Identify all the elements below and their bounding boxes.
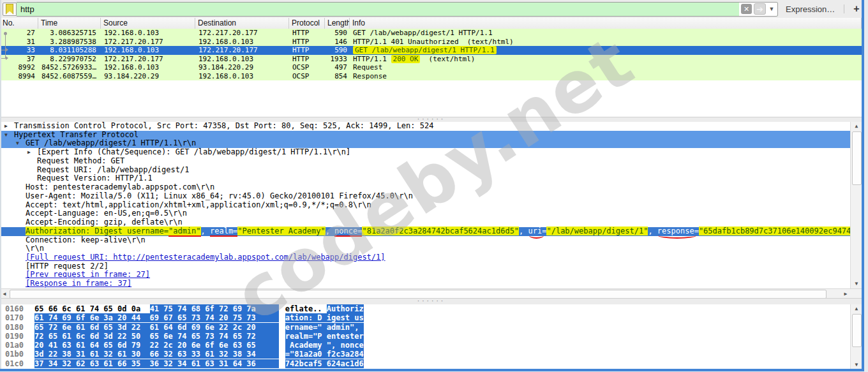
detail-row[interactable]: Request Method: GET: [0, 157, 862, 166]
expanded-arrow-icon[interactable]: ▼: [4, 131, 14, 140]
bytes-vertical-scrollbar[interactable]: ▲ ▼: [850, 304, 862, 369]
collapsed-arrow-icon[interactable]: ▶: [4, 122, 14, 131]
horizontal-scrollbar-thumb[interactable]: [10, 290, 827, 299]
request-arrow-icon: [1, 58, 8, 59]
packet-row[interactable]: 313.288987538172.217.20.177192.168.0.103…: [0, 38, 862, 47]
cell-time: 8.031105288: [38, 46, 101, 55]
bytes-scrollbar-thumb[interactable]: [852, 314, 862, 347]
hex-ascii: eflate.. Authoriz: [285, 304, 364, 313]
detail-row[interactable]: Host: pentesteracademylab.appspot.com\r\…: [0, 183, 862, 192]
collapsed-arrow-icon[interactable]: ▶: [27, 148, 37, 157]
detail-row[interactable]: Accept: text/html,application/xhtml+xml,…: [0, 201, 862, 210]
column-header-time[interactable]: Time: [38, 18, 101, 29]
hex-row[interactable]: 018065 72 6e 61 6d 65 3d 22 61 64 6d 69 …: [0, 323, 850, 332]
detail-link-row[interactable]: [Prev request in frame: 27]: [0, 271, 862, 279]
details-horizontal-scrollbar[interactable]: ◀ ▶: [0, 288, 862, 299]
expanded-arrow-icon[interactable]: ▼: [16, 139, 26, 148]
detail-row[interactable]: Accept-Encoding: gzip, deflate\r\n: [0, 218, 862, 227]
hex-row[interactable]: 019072 65 61 6c 6d 3d 22 50 65 6e 74 65 …: [0, 332, 850, 341]
detail-text: ,: [519, 227, 528, 235]
detail-row[interactable]: Accept-Language: en-US,en;q=0.5\r\n: [0, 209, 862, 218]
hex-row[interactable]: 01a020 41 63 61 64 65 6d 79 22 2c 20 6e …: [0, 341, 850, 350]
cell-len: 590: [325, 46, 350, 55]
hex-bytes: 72 65 61 6c 6d 3d 22 50 65 6e 74 65 73 7…: [34, 332, 279, 341]
hex-row[interactable]: 016065 66 6c 61 74 65 0d 0a 41 75 74 68 …: [0, 304, 850, 313]
add-filter-button[interactable]: +: [853, 3, 859, 15]
marker-highlighted-text: "65dafb1cb89d7c37106e140092ec9474": [699, 227, 856, 235]
cell-info: Response: [350, 72, 862, 81]
cell-src: 172.217.20.177: [101, 38, 195, 47]
marker-highlighted-text: "admin": [168, 227, 201, 235]
info-highlight: 200 OK: [391, 55, 421, 63]
hex-offset: 0180: [0, 323, 34, 332]
cell-src: 192.168.0.103: [101, 46, 195, 55]
detail-row[interactable]: User-Agent: Mozilla/5.0 (X11; Linux x86_…: [0, 192, 862, 201]
hex-row[interactable]: 017061 74 69 6f 6e 3a 20 44 69 67 65 73 …: [0, 313, 850, 322]
scroll-right-icon[interactable]: ▶: [841, 289, 850, 299]
detail-text: GET /lab/webapp/digest/1 HTTP/1.1\r\n: [26, 138, 196, 147]
hex-bytes: 61 74 69 6f 6e 3a 20 44 69 67 65 73 74 2…: [34, 313, 279, 322]
detail-row[interactable]: Authorization: Digest username="admin", …: [0, 227, 862, 236]
column-header-no[interactable]: No.: [0, 18, 38, 29]
detail-row[interactable]: [HTTP request 2/2]: [0, 262, 862, 271]
cell-len: 146: [325, 38, 350, 47]
scroll-down-icon[interactable]: ▼: [851, 361, 862, 369]
hex-ascii: 742bcaf5 624ac1d6: [285, 359, 364, 368]
scroll-up-icon[interactable]: ▲: [851, 304, 862, 313]
detail-link-row[interactable]: [Full request URI: http://pentesteracade…: [0, 253, 862, 262]
packet-details-pane: ▶Transmission Control Protocol, Src Port…: [0, 122, 862, 288]
packet-row[interactable]: 89928452.5726933…192.168.0.10393.184.220…: [0, 63, 862, 72]
related-packet-marker: [1, 29, 10, 38]
detail-row[interactable]: Request URI: /lab/webapp/digest/1: [0, 166, 862, 175]
filter-history-dropdown-icon[interactable]: ▼: [768, 4, 775, 14]
hex-row[interactable]: 01c037 34 32 62 63 61 66 35 36 32 34 61 …: [0, 359, 850, 368]
detail-text: Connection: keep-alive\r\n: [26, 235, 146, 244]
packet-row[interactable]: 89948452.6087559…93.184.220.29192.168.0.…: [0, 72, 862, 81]
column-header-info[interactable]: Info: [350, 18, 862, 29]
detail-row[interactable]: \r\n: [0, 244, 862, 253]
cell-time: 3.086325715: [38, 29, 101, 38]
detail-row[interactable]: ▼GET /lab/webapp/digest/1 HTTP/1.1\r\n: [0, 139, 862, 148]
column-header-source[interactable]: Source: [101, 18, 195, 29]
detail-text: response=: [657, 227, 699, 235]
detail-row[interactable]: Request Version: HTTP/1.1: [0, 174, 862, 183]
detail-text: Request Method: GET: [37, 156, 124, 165]
detail-text: Accept-Language: en-US,en;q=0.5\r\n: [26, 209, 187, 218]
clear-filter-icon[interactable]: ✕: [741, 4, 752, 14]
scroll-down-icon[interactable]: ▼: [851, 279, 862, 288]
detail-row[interactable]: Connection: keep-alive\r\n: [0, 236, 862, 245]
detail-text: [HTTP request 2/2]: [26, 262, 108, 271]
scroll-left-icon[interactable]: ◀: [0, 289, 9, 299]
wireshark-window: ✕ ➔ ▼ Expression… + No. Time Source Dest…: [0, 0, 868, 372]
detail-row[interactable]: ▶[Expert Info (Chat/Sequence): GET /lab/…: [0, 148, 862, 157]
packet-list: 273.086325715192.168.0.103172.217.20.177…: [0, 29, 862, 117]
detail-row[interactable]: ▶Transmission Control Protocol, Src Port…: [0, 122, 862, 131]
cell-info: HTTP/1.1 200 OK (text/html): [350, 55, 862, 64]
column-header-protocol[interactable]: Protocol: [289, 18, 325, 29]
expression-button[interactable]: Expression…: [786, 4, 835, 14]
detail-row[interactable]: ▼Hypertext Transfer Protocol: [0, 131, 862, 140]
related-packet-marker: [1, 72, 10, 81]
apply-filter-icon[interactable]: ➔: [754, 3, 766, 15]
details-vertical-scrollbar[interactable]: ▲ ▼: [850, 122, 862, 288]
hex-offset: 01c0: [0, 359, 34, 368]
hex-ascii: ername=" admin",: [285, 323, 364, 332]
cell-info: Request: [350, 63, 862, 72]
scroll-up-icon[interactable]: ▲: [851, 122, 862, 131]
packet-row[interactable]: 273.086325715192.168.0.103172.217.20.177…: [0, 29, 862, 38]
bookmark-button[interactable]: [3, 3, 17, 16]
detail-link-row[interactable]: [Response in frame: 37]: [0, 279, 862, 288]
details-scrollbar-thumb[interactable]: [852, 131, 862, 185]
hex-row[interactable]: 01b03d 22 38 31 61 32 61 30 66 32 63 33 …: [0, 350, 850, 359]
marker-highlighted-text: "/lab/webapp/digest/1": [546, 227, 648, 235]
column-header-destination[interactable]: Destination: [195, 18, 289, 29]
bookmark-icon: [6, 4, 13, 15]
cell-src: 172.217.20.177: [101, 55, 195, 64]
filter-field[interactable]: ✕ ➔ ▼: [17, 2, 778, 17]
packet-row[interactable]: 378.229970752172.217.20.177192.168.0.103…: [0, 55, 862, 64]
detail-text: Transmission Control Protocol, Src Port:…: [14, 122, 433, 130]
column-header-length[interactable]: Length: [325, 18, 350, 29]
filter-input[interactable]: [17, 3, 739, 16]
packet-row[interactable]: 338.031105288192.168.0.103172.217.20.177…: [0, 46, 862, 55]
detail-text: Host: pentesteracademylab.appspot.com\r\…: [26, 182, 214, 191]
